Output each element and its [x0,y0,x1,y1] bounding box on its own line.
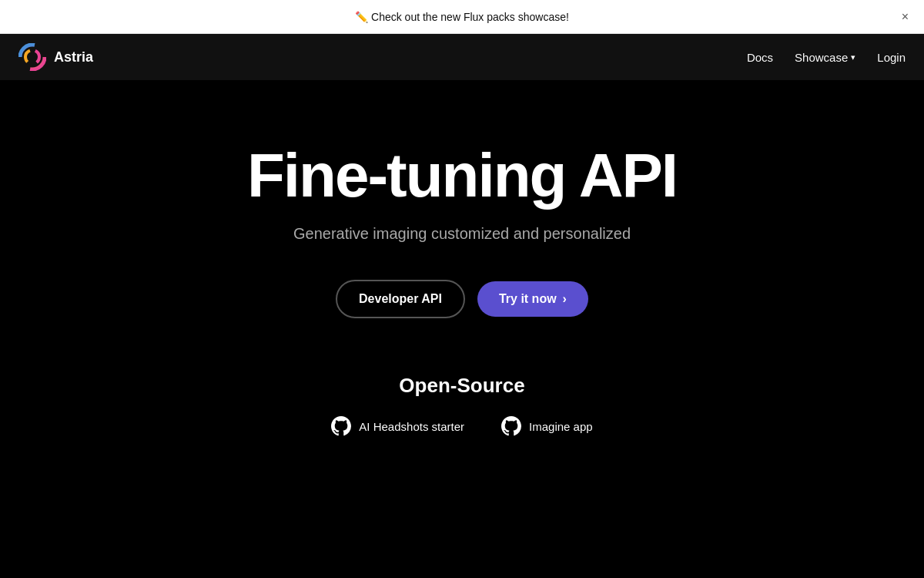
chevron-right-icon: › [563,292,567,306]
chevron-down-icon: ▾ [851,52,855,62]
hero-subtitle: Generative imaging customized and person… [293,225,631,243]
banner-text: ✏️ Check out the new Flux packs showcase… [355,11,569,23]
ai-headshots-link[interactable]: AI Headshots starter [331,416,464,436]
cta-buttons: Developer API Try it now › [336,280,588,318]
open-source-links: AI Headshots starter Imagine app [331,416,592,436]
login-link[interactable]: Login [877,51,906,64]
navbar: Astria Docs Showcase ▾ Login [0,34,924,80]
imagine-app-link[interactable]: Imagine app [501,416,593,436]
open-source-section: Open-Source AI Headshots starter Imagine… [331,374,592,436]
hero-section: Fine-tuning API Generative imaging custo… [0,80,924,578]
imagine-app-label: Imagine app [529,420,593,433]
astria-logo [18,43,46,71]
hero-title: Fine-tuning API [247,142,677,210]
open-source-title: Open-Source [399,374,524,398]
try-it-now-button[interactable]: Try it now › [477,281,588,317]
github-icon-2 [501,416,521,436]
nav-brand: Astria [18,43,93,71]
banner-close-button[interactable]: × [902,11,909,23]
announcement-banner: ✏️ Check out the new Flux packs showcase… [0,0,924,34]
github-icon [331,416,351,436]
docs-link[interactable]: Docs [747,51,773,64]
ai-headshots-label: AI Headshots starter [359,420,464,433]
try-it-now-label: Try it now [499,292,557,306]
nav-links: Docs Showcase ▾ Login [747,51,906,64]
developer-api-button[interactable]: Developer API [336,280,465,318]
showcase-link[interactable]: Showcase ▾ [795,51,855,64]
showcase-label: Showcase [795,51,848,64]
brand-name: Astria [54,49,93,66]
